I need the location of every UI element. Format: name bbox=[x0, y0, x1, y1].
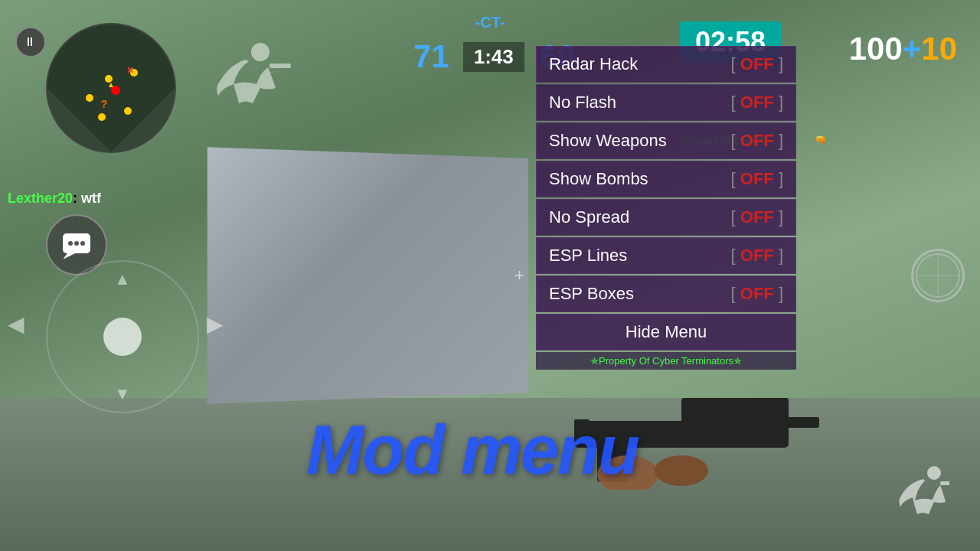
mod-menu: Radar Hack [ OFF ] No Flash [ OFF ] Show… bbox=[536, 46, 796, 370]
menu-item-status-1: [ OFF ] bbox=[731, 93, 783, 112]
chat-player-name: Lexther20 bbox=[8, 191, 73, 206]
soldier-silhouette-br bbox=[896, 464, 949, 525]
svg-point-14 bbox=[68, 241, 73, 246]
bottom-right-soldier-icon bbox=[896, 464, 949, 536]
minimap-marker: ▲ bbox=[107, 80, 115, 89]
svg-point-15 bbox=[74, 241, 79, 246]
svg-rect-0 bbox=[574, 421, 789, 448]
hud-time: 1:43 bbox=[463, 42, 524, 72]
joystick-up-arrow: ▲ bbox=[114, 269, 131, 289]
move-left-arrow[interactable]: ◀ bbox=[8, 311, 24, 337]
hud-kills: 71 bbox=[413, 38, 449, 75]
menu-footer: ✯Property Of Cyber Terminators✯ bbox=[536, 352, 796, 370]
health-plus-icon: + bbox=[903, 31, 922, 67]
player-weapon-icon: 🔫 bbox=[814, 134, 827, 146]
minimap-x: ✕ bbox=[126, 65, 134, 76]
minimap-dot-4 bbox=[124, 107, 132, 115]
svg-point-6 bbox=[655, 455, 708, 486]
weapon-svg bbox=[528, 375, 819, 490]
hide-menu-label: Hide Menu bbox=[626, 322, 707, 342]
pause-button[interactable]: ⏸ bbox=[15, 27, 46, 57]
floor bbox=[0, 398, 980, 551]
health-value: 100 bbox=[849, 31, 903, 67]
menu-item-status-6: [ OFF ] bbox=[731, 284, 783, 304]
svg-point-17 bbox=[927, 466, 941, 480]
menu-item-label-4: No Spread bbox=[549, 207, 629, 227]
scope-overlay bbox=[911, 249, 965, 302]
scope-svg bbox=[915, 253, 961, 298]
menu-item-show-weapons[interactable]: Show Weapons [ OFF ] bbox=[536, 122, 796, 159]
joystick-down-arrow: ▼ bbox=[114, 384, 131, 404]
joystick-knob[interactable] bbox=[103, 318, 142, 356]
minimap: ▲ ? ✕ bbox=[46, 23, 176, 153]
health-display: 100+10 bbox=[849, 31, 957, 67]
menu-item-status-3: [ OFF ] bbox=[731, 169, 783, 189]
svg-rect-8 bbox=[270, 64, 291, 68]
svg-marker-13 bbox=[63, 253, 75, 259]
menu-item-no-flash[interactable]: No Flash [ OFF ] bbox=[536, 84, 796, 121]
joystick-base[interactable]: ▲ ▼ bbox=[46, 260, 199, 413]
svg-rect-18 bbox=[940, 481, 949, 485]
menu-item-esp-boxes[interactable]: ESP Boxes [ OFF ] bbox=[536, 276, 796, 312]
menu-item-esp-lines[interactable]: ESP Lines [ OFF ] bbox=[536, 237, 796, 274]
chat-message-text: wtf bbox=[77, 191, 101, 206]
menu-item-label-1: No Flash bbox=[549, 93, 616, 112]
menu-item-label-5: ESP Lines bbox=[549, 246, 627, 266]
menu-item-label-0: Radar Hack bbox=[549, 54, 638, 74]
menu-item-status-2: [ OFF ] bbox=[731, 131, 783, 151]
soldier-icon bbox=[199, 38, 291, 130]
hide-menu-button[interactable]: Hide Menu bbox=[536, 314, 796, 350]
menu-item-show-bombs[interactable]: Show Bombs [ OFF ] bbox=[536, 161, 796, 197]
wall bbox=[207, 147, 528, 403]
menu-item-label-2: Show Weapons bbox=[549, 131, 667, 151]
menu-item-no-spread[interactable]: No Spread [ OFF ] bbox=[536, 199, 796, 236]
svg-point-7 bbox=[251, 43, 270, 61]
menu-item-status-5: [ OFF ] bbox=[731, 246, 783, 266]
chat-message: Lexther20: wtf bbox=[8, 191, 101, 207]
svg-rect-4 bbox=[781, 417, 819, 428]
health-extra: 10 bbox=[921, 31, 957, 67]
svg-rect-3 bbox=[574, 419, 590, 429]
svg-point-16 bbox=[80, 241, 85, 246]
minimap-question: ? bbox=[101, 98, 108, 110]
chat-bubble-icon bbox=[61, 232, 92, 259]
menu-items-container: Radar Hack [ OFF ] No Flash [ OFF ] Show… bbox=[536, 46, 796, 350]
menu-item-radar-hack[interactable]: Radar Hack [ OFF ] bbox=[536, 46, 796, 83]
pause-icon: ⏸ bbox=[24, 35, 38, 49]
svg-rect-1 bbox=[681, 398, 789, 425]
move-right-arrow[interactable]: ▶ bbox=[207, 311, 224, 337]
menu-item-status-0: [ OFF ] bbox=[731, 54, 783, 74]
menu-item-label-6: ESP Boxes bbox=[549, 284, 634, 304]
player-silhouette bbox=[176, 15, 314, 153]
menu-item-status-4: [ OFF ] bbox=[731, 207, 783, 227]
ct-banner: -CT- bbox=[475, 14, 505, 31]
menu-item-label-3: Show Bombs bbox=[549, 169, 648, 189]
